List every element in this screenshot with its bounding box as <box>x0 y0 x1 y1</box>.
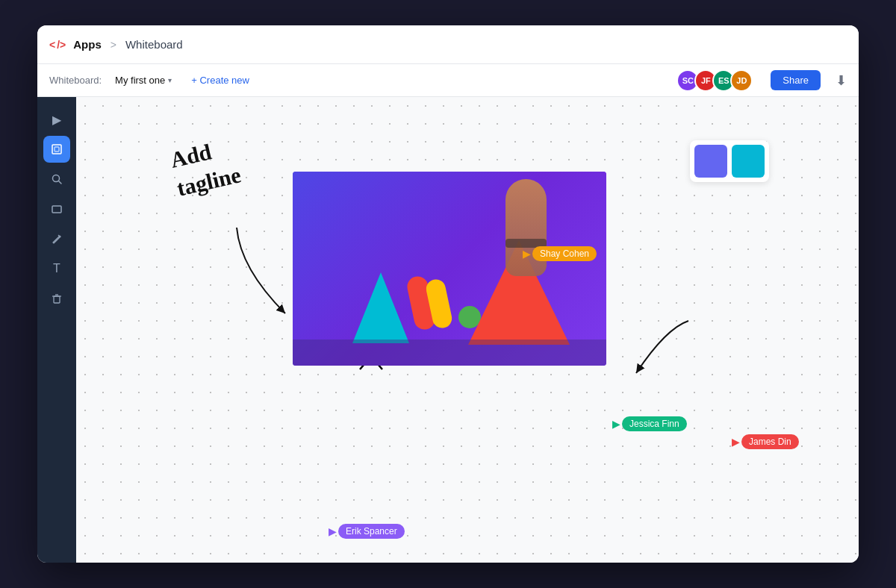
share-button[interactable]: Share <box>771 70 821 90</box>
svg-rect-5 <box>54 296 60 303</box>
main-area: ▶ <box>37 97 859 563</box>
svg-rect-0 <box>52 145 61 154</box>
jessica-finn-cursor-icon: ▶ <box>612 418 620 430</box>
zoom-tool[interactable] <box>43 166 70 193</box>
cursor-tool[interactable]: ▶ <box>43 106 70 133</box>
swatch-cyan[interactable] <box>732 145 765 178</box>
shape-container <box>293 172 606 366</box>
nav-page-title: Whiteboard <box>125 38 183 51</box>
trash-tool[interactable] <box>43 285 70 312</box>
logo-chevron-right: /> <box>57 39 66 51</box>
jessica-finn-label: Jessica Finn <box>622 416 687 431</box>
erik-spancer-cursor: ▶ Erik Spancer <box>329 524 405 539</box>
avatar-group: SC JF ES JD <box>676 69 753 92</box>
shay-cohen-label: Shay Cohen <box>532 246 597 261</box>
rect-tool[interactable] <box>43 196 70 222</box>
pen-tool[interactable] <box>43 225 70 252</box>
james-din-label: James Din <box>741 434 799 449</box>
jessica-finn-cursor: ▶ Jessica Finn <box>612 416 687 431</box>
nav-app-name[interactable]: Apps <box>73 38 102 51</box>
shay-cohen-cursor-icon: ▶ <box>523 248 531 260</box>
color-swatches <box>690 140 769 182</box>
logo-chevron-left: < <box>49 39 55 51</box>
tagline-text: Addtagline <box>171 135 240 198</box>
shay-cohen-cursor: ▶ Shay Cohen <box>523 246 597 261</box>
top-nav: < /> Apps > Whiteboard <box>37 25 859 64</box>
whiteboard-name-selector[interactable]: My first one ▾ <box>111 72 176 89</box>
svg-rect-1 <box>55 147 59 151</box>
avatar-4: JD <box>730 69 753 92</box>
svg-line-3 <box>59 181 62 184</box>
chevron-down-icon: ▾ <box>168 76 172 84</box>
whiteboard-image <box>293 172 606 366</box>
whiteboard-label: Whiteboard: <box>49 75 102 86</box>
logo-icon: < /> <box>49 39 66 51</box>
erik-spancer-label: Erik Spancer <box>338 524 405 539</box>
frame-tool[interactable] <box>43 136 70 163</box>
whiteboard-name: My first one <box>115 75 165 86</box>
james-din-cursor-icon: ▶ <box>732 436 740 448</box>
left-sidebar: ▶ <box>37 97 76 563</box>
swatch-purple[interactable] <box>694 145 727 178</box>
erik-spancer-cursor-icon: ▶ <box>329 525 337 537</box>
svg-rect-4 <box>52 206 61 213</box>
toolbar-bar: Whiteboard: My first one ▾ + Create new … <box>37 64 859 97</box>
text-tool[interactable]: T <box>43 255 70 282</box>
create-new-button[interactable]: + Create new <box>185 72 255 89</box>
james-din-cursor: ▶ James Din <box>732 434 799 449</box>
screen-wrapper: < /> Apps > Whiteboard Whiteboard: My fi… <box>37 25 859 563</box>
download-button[interactable]: ⬇ <box>836 72 847 89</box>
canvas-area[interactable]: Addtagline <box>76 97 859 563</box>
nav-separator: > <box>111 39 116 51</box>
